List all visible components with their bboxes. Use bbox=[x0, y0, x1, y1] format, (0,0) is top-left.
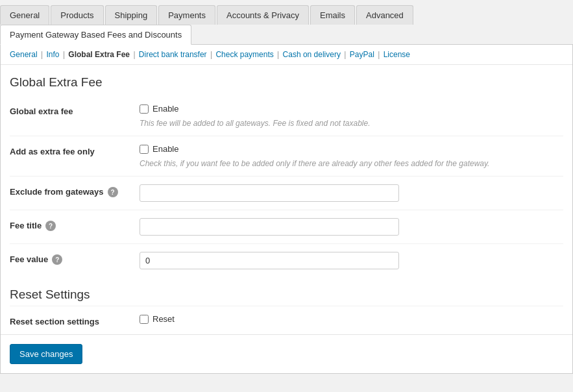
label-fee-value: Fee value ? bbox=[10, 252, 140, 265]
field-add-extra-fee-only: Enable Check this, if you want fee to be… bbox=[140, 144, 563, 168]
sep-4: | bbox=[210, 50, 212, 59]
enable-row-global-extra-fee: Enable bbox=[140, 104, 563, 114]
tab-payments[interactable]: Payments bbox=[158, 5, 215, 25]
help-icon-exclude-gateways[interactable]: ? bbox=[108, 187, 118, 197]
sep-7: | bbox=[378, 50, 380, 59]
subnav-check-payments[interactable]: Check payments bbox=[215, 50, 273, 59]
label-add-extra-fee-only: Add as extra fee only bbox=[10, 144, 140, 156]
label-global-extra-fee: Global extra fee bbox=[10, 104, 140, 116]
label-reset-section: Reset section settings bbox=[10, 314, 140, 326]
form-table: Global extra fee Enable This fee will be… bbox=[1, 96, 572, 334]
subnav-info[interactable]: Info bbox=[47, 50, 60, 59]
tab-payment-gateway[interactable]: Payment Gateway Based Fees and Discounts bbox=[0, 25, 191, 45]
tab-general[interactable]: General bbox=[0, 5, 49, 25]
content-area: General | Info | Global Extra Fee | Dire… bbox=[0, 45, 573, 374]
subnav-cash-on-delivery[interactable]: Cash on delivery bbox=[283, 50, 341, 59]
help-icon-fee-value[interactable]: ? bbox=[52, 254, 62, 265]
save-changes-button[interactable]: Save changes bbox=[10, 344, 82, 364]
subnav-general[interactable]: General bbox=[10, 50, 38, 59]
checkbox-reset-section[interactable] bbox=[140, 315, 149, 324]
sep-3: | bbox=[133, 50, 135, 59]
page-title: Global Extra Fee bbox=[1, 65, 572, 96]
sep-6: | bbox=[344, 50, 346, 59]
enable-row-add-extra-fee-only: Enable bbox=[140, 144, 563, 154]
tab-bar: General Products Shipping Payments Accou… bbox=[0, 0, 573, 45]
subnav-paypal[interactable]: PayPal bbox=[350, 50, 374, 59]
help-icon-fee-title[interactable]: ? bbox=[45, 221, 56, 231]
field-fee-title bbox=[140, 218, 563, 236]
desc-global-extra-fee: This fee will be added to all gateways. … bbox=[140, 119, 563, 128]
reset-label-row: Reset bbox=[140, 314, 563, 324]
subnav-direct-bank-transfer[interactable]: Direct bank transfer bbox=[139, 50, 207, 59]
desc-add-extra-fee-only: Check this, if you want fee to be added … bbox=[140, 159, 563, 168]
checkbox-global-extra-fee[interactable] bbox=[140, 104, 149, 114]
form-row-global-extra-fee: Global extra fee Enable This fee will be… bbox=[10, 96, 563, 136]
field-reset-section: Reset bbox=[140, 314, 563, 324]
field-global-extra-fee: Enable This fee will be added to all gat… bbox=[140, 104, 563, 128]
tab-products[interactable]: Products bbox=[51, 5, 103, 25]
form-row-exclude-gateways: Exclude from gateways ? bbox=[10, 176, 563, 210]
field-exclude-gateways bbox=[140, 184, 563, 202]
label-fee-title: Fee title ? bbox=[10, 218, 140, 231]
tab-emails[interactable]: Emails bbox=[310, 5, 355, 25]
checkbox-add-extra-fee-only[interactable] bbox=[140, 145, 149, 154]
field-fee-value bbox=[140, 252, 563, 269]
reset-settings-title: Reset Settings bbox=[10, 288, 563, 302]
sep-1: | bbox=[41, 50, 43, 59]
subnav-license[interactable]: License bbox=[384, 50, 410, 59]
form-row-fee-title: Fee title ? bbox=[10, 210, 563, 243]
save-bar: Save changes bbox=[1, 334, 572, 373]
enable-label-add-extra-fee-only: Enable bbox=[152, 144, 178, 154]
input-fee-value[interactable] bbox=[140, 252, 399, 269]
input-fee-title[interactable] bbox=[140, 218, 399, 236]
form-row-fee-value: Fee value ? bbox=[10, 243, 563, 277]
reset-checkbox-label: Reset bbox=[152, 314, 175, 324]
sep-5: | bbox=[277, 50, 279, 59]
tab-shipping[interactable]: Shipping bbox=[105, 5, 158, 25]
enable-label-global-extra-fee: Enable bbox=[152, 104, 178, 114]
sep-2: | bbox=[63, 50, 65, 59]
sub-nav: General | Info | Global Extra Fee | Dire… bbox=[1, 45, 572, 65]
input-exclude-gateways[interactable] bbox=[140, 184, 399, 202]
label-exclude-gateways: Exclude from gateways ? bbox=[10, 184, 140, 197]
form-row-add-extra-fee-only: Add as extra fee only Enable Check this,… bbox=[10, 136, 563, 176]
tab-accounts-privacy[interactable]: Accounts & Privacy bbox=[217, 5, 309, 25]
tab-advanced[interactable]: Advanced bbox=[356, 5, 413, 25]
subnav-global-extra-fee: Global Extra Fee bbox=[68, 50, 130, 59]
form-row-reset-section: Reset section settings Reset bbox=[10, 306, 563, 334]
